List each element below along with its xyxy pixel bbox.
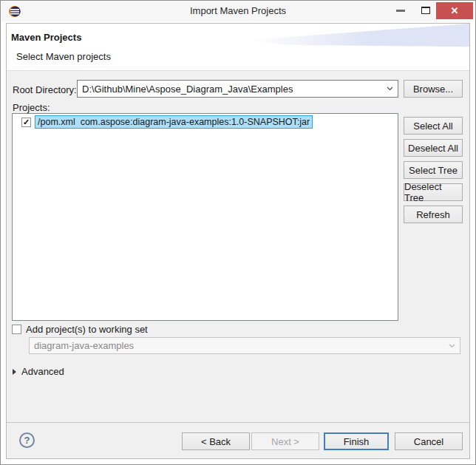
header-banner-graphic xyxy=(248,24,469,53)
working-set-label: Add project(s) to working set xyxy=(26,324,148,335)
chevron-down-icon[interactable] xyxy=(381,86,398,91)
page-title: Maven Projects xyxy=(11,32,81,43)
deselect-tree-button[interactable]: Deselect Tree xyxy=(404,183,463,201)
minimize-icon xyxy=(396,10,405,12)
titlebar[interactable]: Import Maven Projects ✕ xyxy=(1,1,475,21)
back-button[interactable]: < Back xyxy=(182,432,250,450)
refresh-button[interactable]: Refresh xyxy=(404,206,463,223)
project-list-item[interactable]: ✓ /pom.xml com.aspose:diagram-java-examp… xyxy=(13,115,398,129)
maximize-button[interactable] xyxy=(414,1,438,19)
select-all-button[interactable]: Select All xyxy=(404,117,463,135)
working-set-combo: diagram-java-examples xyxy=(29,337,460,354)
help-icon: ? xyxy=(24,435,30,446)
working-set-row: Add project(s) to working set xyxy=(12,324,148,335)
root-directory-label: Root Directory: xyxy=(13,84,77,95)
footer-separator xyxy=(7,422,469,423)
minimize-button[interactable] xyxy=(389,1,412,19)
help-button[interactable]: ? xyxy=(19,432,35,448)
root-directory-combo[interactable]: D:\Github\Mine\Aspose_Diagram_Java\Examp… xyxy=(77,80,398,98)
select-tree-button[interactable]: Select Tree xyxy=(404,161,463,179)
projects-label: Projects: xyxy=(13,102,50,113)
import-maven-projects-dialog: Import Maven Projects ✕ Maven Projects S… xyxy=(0,0,476,465)
deselect-all-button[interactable]: Deselect All xyxy=(404,139,463,157)
root-directory-value: D:\Github\Mine\Aspose_Diagram_Java\Examp… xyxy=(78,84,381,95)
dialog-body: Maven Projects Select Maven projects Roo… xyxy=(6,23,470,459)
advanced-twistie-icon xyxy=(13,369,16,375)
advanced-section-toggle[interactable]: Advanced xyxy=(13,366,64,377)
close-icon: ✕ xyxy=(451,5,459,16)
cancel-button[interactable]: Cancel xyxy=(395,432,463,450)
finish-button[interactable]: Finish xyxy=(324,432,389,450)
browse-button[interactable]: Browse... xyxy=(404,80,463,98)
chevron-down-icon xyxy=(443,344,460,348)
page-subtitle: Select Maven projects xyxy=(16,51,111,62)
next-button: Next > xyxy=(251,432,319,450)
working-set-checkbox[interactable] xyxy=(12,325,21,334)
checkmark-icon: ✓ xyxy=(23,118,30,126)
close-button[interactable]: ✕ xyxy=(436,2,473,19)
advanced-label: Advanced xyxy=(21,366,64,377)
project-item-label[interactable]: /pom.xml com.aspose:diagram-java-example… xyxy=(35,115,313,129)
maximize-icon xyxy=(421,7,430,14)
project-checkbox[interactable]: ✓ xyxy=(21,118,31,127)
working-set-value: diagram-java-examples xyxy=(30,340,443,351)
wizard-header: Maven Projects Select Maven projects xyxy=(7,24,469,71)
projects-list[interactable]: ✓ /pom.xml com.aspose:diagram-java-examp… xyxy=(12,113,398,321)
